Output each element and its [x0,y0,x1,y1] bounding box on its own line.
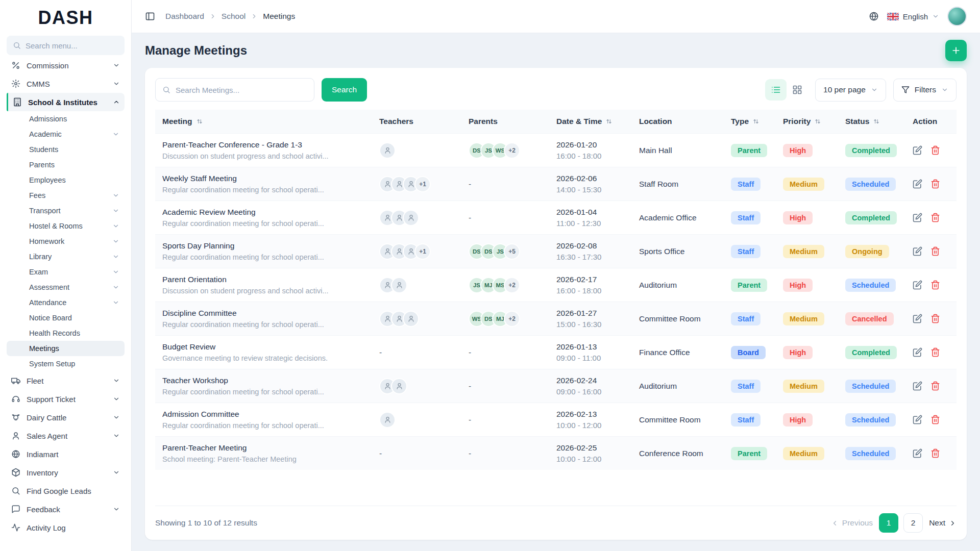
delete-icon[interactable] [930,347,940,357]
sidebar-item-fees[interactable]: Fees [7,188,125,203]
sidebar-item-inventory[interactable]: Inventory [7,463,125,482]
add-meeting-button[interactable] [945,40,967,61]
sidebar-item-fleet[interactable]: Fleet [7,371,125,390]
sidebar-item-parents[interactable]: Parents [7,157,125,172]
sidebar-item-attendance[interactable]: Attendance [7,295,125,310]
sidebar-subitem-label: Notice Board [29,314,72,322]
delete-icon[interactable] [930,415,940,424]
status-cell: Scheduled [838,167,905,201]
edit-icon[interactable] [913,314,922,323]
sidebar-item-system-setup[interactable]: System Setup [7,356,125,371]
status-cell: Scheduled [838,403,905,437]
sidebar-item-activity-log[interactable]: Activity Log [7,518,125,537]
priority-cell: High [776,403,838,437]
delete-icon[interactable] [930,145,940,155]
column-header-type[interactable]: Type [724,110,776,134]
sidebar-item-find-google-leads[interactable]: Find Google Leads [7,482,125,500]
delete-icon[interactable] [930,381,940,391]
edit-icon[interactable] [913,347,922,357]
action-cell [905,235,957,268]
menu-search-input[interactable] [26,41,118,50]
edit-icon[interactable] [913,448,922,458]
filters-button[interactable]: Filters [893,79,957,102]
sidebar-item-health-records[interactable]: Health Records [7,325,125,341]
sidebar-item-feedback[interactable]: Feedback [7,500,125,518]
sidebar-item-transport[interactable]: Transport [7,203,125,218]
edit-icon[interactable] [913,179,922,189]
sidebar-item-label: Inventory [27,468,58,477]
meeting-description: Regular coordination meeting for school … [162,388,365,396]
empty-value: - [469,415,471,424]
sidebar-item-sales-agent[interactable]: Sales Agent [7,427,125,445]
edit-icon[interactable] [913,246,922,256]
table-row: Budget ReviewGovernance meeting to revie… [155,336,957,369]
parents-cell: - [461,167,549,201]
meeting-time: 16:30 - 17:30 [556,253,625,261]
edit-icon[interactable] [913,145,922,155]
sidebar-item-exam[interactable]: Exam [7,264,125,280]
delete-icon[interactable] [930,280,940,290]
breadcrumb-dashboard[interactable]: Dashboard [165,12,204,21]
sidebar-item-dairy-cattle[interactable]: Dairy Cattle [7,408,125,427]
column-header-status[interactable]: Status [838,110,905,134]
sort-icon [196,118,203,125]
previous-page-button[interactable]: Previous [831,518,873,528]
sidebar-item-employees[interactable]: Employees [7,172,125,188]
edit-icon[interactable] [913,381,922,391]
search-button[interactable]: Search [322,78,367,102]
grid-icon [792,85,802,95]
delete-icon[interactable] [930,314,940,323]
sidebar-item-admissions[interactable]: Admissions [7,111,125,127]
search-icon [162,86,170,94]
globe-button[interactable] [869,11,879,21]
meetings-search-input[interactable] [176,86,307,94]
list-view-button[interactable] [765,79,787,101]
meeting-title: Sports Day Planning [162,241,365,251]
edit-icon[interactable] [913,415,922,424]
delete-icon[interactable] [930,448,940,458]
edit-icon[interactable] [913,280,922,290]
sidebar-toggle-button[interactable] [145,11,155,21]
user-avatar[interactable] [947,7,967,26]
meeting-date: 2026-01-20 [556,140,625,149]
teachers-cell [372,134,461,167]
sidebar-item-students[interactable]: Students [7,142,125,157]
location-cell: Auditorium [632,369,724,403]
grid-view-button[interactable] [787,79,808,101]
page-1-button[interactable]: 1 [879,513,898,533]
next-page-button[interactable]: Next [929,518,957,528]
table-row: Parent-Teacher Conference - Grade 1-3Dis… [155,134,957,167]
edit-icon[interactable] [913,213,922,222]
sidebar-item-support-ticket[interactable]: Support Ticket [7,390,125,408]
language-selector[interactable]: English [887,12,939,21]
priority-cell: Medium [776,167,838,201]
sidebar-item-hostel-rooms[interactable]: Hostel & Rooms [7,218,125,234]
user-icon [11,431,20,440]
sidebar-item-school-institutes[interactable]: School & Institutes [7,93,125,111]
delete-icon[interactable] [930,213,940,222]
per-page-select[interactable]: 10 per page [815,79,886,102]
priority-cell: Medium [776,235,838,268]
sidebar-item-library[interactable]: Library [7,249,125,264]
breadcrumb-school[interactable]: School [222,12,246,21]
column-header-meeting[interactable]: Meeting [155,110,372,134]
sidebar-item-cmms[interactable]: CMMS [7,74,125,93]
sidebar-item-assessment[interactable]: Assessment [7,280,125,295]
column-header-date-time[interactable]: Date & Time [549,110,632,134]
type-badge: Staff [731,312,761,325]
page-2-button[interactable]: 2 [903,513,923,533]
sidebar-item-notice-board[interactable]: Notice Board [7,310,125,325]
column-header-priority[interactable]: Priority [776,110,838,134]
sidebar-item-meetings[interactable]: Meetings [7,341,125,356]
more-parents-badge: +2 [504,142,520,159]
sidebar-item-homework[interactable]: Homework [7,234,125,249]
sidebar-item-academic[interactable]: Academic [7,127,125,142]
sidebar-item-commission[interactable]: Commission [7,61,125,74]
box-icon [11,468,20,477]
meeting-date: 2026-02-25 [556,443,625,453]
delete-icon[interactable] [930,179,940,189]
delete-icon[interactable] [930,246,940,256]
sidebar-item-indiamart[interactable]: Indiamart [7,445,125,463]
search-icon [11,486,20,495]
sidebar-subitem-label: Attendance [29,298,66,307]
